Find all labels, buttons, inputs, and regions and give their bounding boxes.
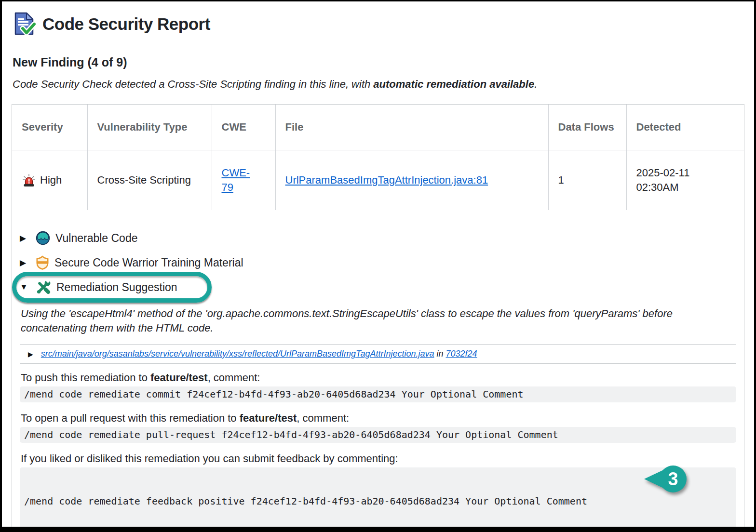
vulnerability-type-cell: Cross-Site Scripting bbox=[87, 150, 212, 211]
detected-cell: 2025-02-11 02:30AM bbox=[626, 150, 744, 211]
intro-bold-text: automatic remediation available bbox=[373, 78, 534, 90]
code-security-report-page: Code Security Report New Finding (4 of 9… bbox=[2, 12, 754, 532]
cwe-link[interactable]: CWE-79 bbox=[222, 166, 254, 195]
pr-command-code: /mend code remediate pull-request f24cef… bbox=[20, 427, 736, 443]
file-link[interactable]: UrlParamBasedImgTagAttrInjection.java:81 bbox=[285, 174, 488, 186]
diff-file-line: src/main/java/org/sasanlabs/service/vuln… bbox=[41, 349, 477, 359]
tools-icon bbox=[36, 279, 51, 295]
pr-instruction: To open a pull request with this remedia… bbox=[21, 412, 736, 425]
push-command-code: /mend code remediate commit f24cef12-b4f… bbox=[20, 386, 736, 402]
section-label: Remediation Suggestion bbox=[56, 281, 177, 294]
feedback-instruction: If you liked or disliked this remediatio… bbox=[21, 452, 736, 465]
pr-instruction-suffix: , comment: bbox=[297, 412, 349, 424]
finding-heading: New Finding (4 of 9) bbox=[13, 55, 744, 69]
report-body: ▶ Vulnerable Code ▶ Secure Code Warrior … bbox=[12, 230, 744, 532]
findings-table: Severity Vulnerability Type CWE File Dat… bbox=[12, 105, 744, 210]
annotation-arrow-3: 3 bbox=[644, 465, 688, 493]
col-header-vulnerability-type: Vulnerability Type bbox=[87, 105, 212, 150]
push-instruction-text: To push this remediation to bbox=[21, 372, 150, 384]
intro-period: . bbox=[534, 78, 537, 90]
collapsed-triangle-icon: ▶ bbox=[28, 350, 33, 358]
section-label: Vulnerable Code bbox=[55, 232, 138, 245]
push-instruction: To push this remediation to feature/test… bbox=[21, 372, 736, 384]
pr-instruction-text: To open a pull request with this remedia… bbox=[21, 412, 240, 424]
collapsible-sections: ▶ Vulnerable Code ▶ Secure Code Warrior … bbox=[20, 230, 736, 295]
intro-text: Code Security Check detected a Cross-Sit… bbox=[13, 78, 373, 90]
vulnerable-code-icon bbox=[36, 231, 50, 245]
feedback-commands-code: /mend code remediate feedback positive f… bbox=[20, 467, 736, 532]
severity-value: High bbox=[40, 173, 62, 187]
col-header-data-flows: Data Flows bbox=[548, 105, 626, 150]
shield-icon bbox=[36, 255, 49, 270]
page-title: Code Security Report bbox=[14, 12, 744, 36]
annotation-step-number: 3 bbox=[668, 469, 678, 489]
section-label: Secure Code Warrior Training Material bbox=[54, 256, 243, 269]
report-container: Severity Vulnerability Type CWE File Dat… bbox=[12, 104, 744, 532]
feedback-positive-command: /mend code remediate feedback positive f… bbox=[24, 495, 732, 508]
col-header-cwe: CWE bbox=[212, 105, 275, 150]
table-row: High Cross-Site Scripting CWE-79 UrlPara… bbox=[12, 150, 744, 211]
col-header-severity: Severity bbox=[12, 105, 87, 150]
siren-icon bbox=[22, 173, 36, 187]
page-title-text: Code Security Report bbox=[42, 14, 210, 34]
expanded-triangle-icon: ▼ bbox=[20, 282, 30, 292]
section-vulnerable-code[interactable]: ▶ Vulnerable Code bbox=[20, 230, 143, 246]
push-branch-name: feature/test bbox=[150, 372, 208, 384]
table-header-row: Severity Vulnerability Type CWE File Dat… bbox=[12, 105, 744, 150]
push-instruction-suffix: , comment: bbox=[208, 372, 260, 384]
diff-file-summary[interactable]: ▶ src/main/java/org/sasanlabs/service/vu… bbox=[20, 344, 736, 364]
diff-in-text: in bbox=[436, 349, 443, 359]
col-header-detected: Detected bbox=[626, 105, 744, 150]
report-check-icon bbox=[14, 12, 36, 36]
collapsed-triangle-icon: ▶ bbox=[20, 233, 30, 243]
pr-branch-name: feature/test bbox=[240, 412, 297, 424]
diff-file-link[interactable]: src/main/java/org/sasanlabs/service/vuln… bbox=[41, 349, 434, 359]
data-flows-cell: 1 bbox=[548, 150, 626, 211]
col-header-file: File bbox=[275, 105, 548, 150]
finding-intro: Code Security Check detected a Cross-Sit… bbox=[13, 78, 744, 91]
section-training-material[interactable]: ▶ Secure Code Warrior Training Material bbox=[20, 255, 248, 270]
feedback-command-block: /mend code remediate feedback positive f… bbox=[20, 467, 736, 532]
collapsed-triangle-icon: ▶ bbox=[20, 258, 30, 268]
section-remediation-suggestion[interactable]: ▼ Remediation Suggestion bbox=[20, 279, 182, 295]
remediation-description: Using the 'escapeHtml4' method of the 'o… bbox=[21, 306, 729, 335]
diff-commit-link[interactable]: 7032f24 bbox=[446, 349, 477, 359]
severity-cell: High bbox=[22, 173, 78, 187]
